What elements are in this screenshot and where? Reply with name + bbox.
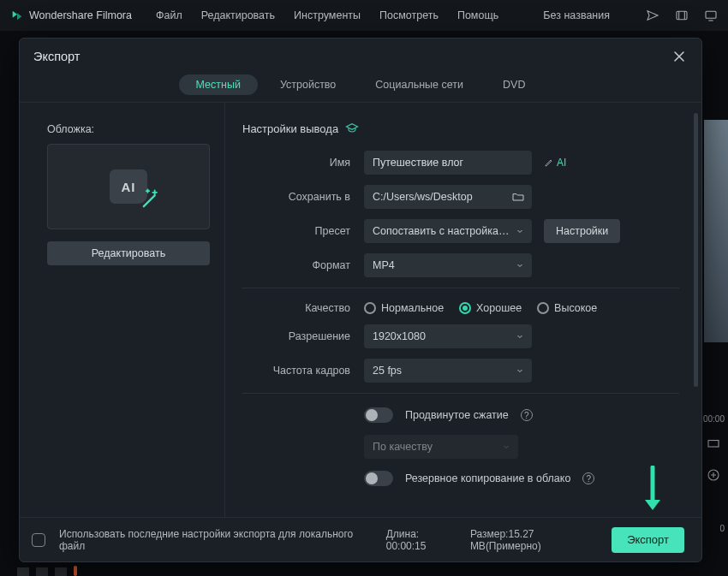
chevron-down-icon	[515, 260, 525, 270]
export-button[interactable]: Экспорт	[612, 527, 684, 553]
monitor-small-icon[interactable]	[706, 436, 721, 452]
resolution-label: Разрешение	[242, 330, 364, 342]
svg-rect-2	[708, 441, 719, 448]
menu-file[interactable]: Файл	[156, 9, 182, 21]
use-last-settings-label: Использовать последние настройки экспорт…	[59, 528, 359, 552]
ai-name-button[interactable]: AI	[544, 157, 566, 169]
format-value: MP4	[373, 259, 395, 271]
chevron-down-icon	[515, 226, 525, 236]
library-icon[interactable]	[675, 9, 689, 22]
app-name: Wondershare Filmora	[29, 9, 132, 21]
cloud-backup-label: Резервное копирование в облако	[405, 472, 570, 484]
thumbnail-preview[interactable]: AI	[47, 144, 210, 229]
advanced-compression-label: Продвинутое сжатие	[405, 409, 509, 421]
project-title: Без названия	[543, 9, 610, 21]
timeline-strip	[17, 566, 188, 576]
quality-good-radio[interactable]: Хорошее	[459, 302, 522, 314]
resolution-select[interactable]: 1920x1080	[364, 324, 532, 348]
save-path-field[interactable]: C:/Users/ws/Desktop	[364, 185, 532, 209]
preset-label: Пресет	[242, 225, 364, 237]
use-last-settings-checkbox[interactable]	[32, 533, 45, 547]
output-settings-pane: Настройки вывода Имя AI Сохранить в C:/U…	[225, 103, 701, 517]
format-label: Формат	[242, 259, 364, 271]
dialog-footer: Использовать последние настройки экспорт…	[20, 517, 701, 561]
export-dialog: Экспорт Местный Устройство Социальные се…	[19, 38, 702, 562]
help-icon[interactable]: ?	[521, 409, 533, 421]
svg-rect-1	[706, 11, 716, 18]
tab-social[interactable]: Социальные сети	[358, 74, 480, 95]
add-icon[interactable]	[706, 467, 721, 483]
fps-label: Частота кадров	[242, 365, 364, 377]
fps-select[interactable]: 25 fps	[364, 359, 532, 383]
timeline-time-2: 0	[719, 524, 725, 533]
menu-view[interactable]: Посмотреть	[379, 9, 439, 21]
chevron-down-icon	[501, 442, 511, 452]
scrollbar-thumb[interactable]	[694, 113, 698, 387]
format-select[interactable]: MP4	[364, 253, 532, 277]
tab-local[interactable]: Местный	[179, 74, 258, 95]
edit-thumbnail-button[interactable]: Редактировать	[47, 241, 210, 265]
name-input[interactable]	[364, 151, 532, 175]
magic-wand-icon	[139, 187, 163, 211]
tab-device[interactable]: Устройство	[263, 74, 353, 95]
quality-label: Качество	[242, 302, 364, 314]
advanced-compression-toggle[interactable]	[364, 407, 393, 423]
close-icon[interactable]	[671, 48, 688, 65]
pencil-icon	[544, 157, 554, 168]
resolution-value: 1920x1080	[373, 330, 426, 342]
tab-dvd[interactable]: DVD	[486, 74, 542, 95]
save-to-label: Сохранить в	[242, 191, 364, 203]
preview-side-tools	[706, 436, 721, 498]
send-icon[interactable]	[646, 9, 659, 22]
timeline-time-1: :00:00	[701, 414, 725, 424]
svg-rect-0	[677, 11, 687, 19]
thumbnail-label: Обложка:	[47, 123, 207, 135]
export-tabs: Местный Устройство Социальные сети DVD	[20, 74, 701, 102]
menu-edit[interactable]: Редактировать	[201, 9, 275, 21]
preset-value: Сопоставить с настройками проекта	[373, 225, 510, 237]
preset-settings-button[interactable]: Настройки	[544, 219, 620, 243]
app-logo: Wondershare Filmora	[10, 9, 132, 22]
save-path-value: C:/Users/ws/Desktop	[373, 191, 511, 203]
menu-help[interactable]: Помощь	[457, 9, 498, 21]
preview-panel-strip	[704, 120, 728, 342]
thumbnail-pane: Обложка: AI Редактировать	[20, 103, 225, 517]
compression-mode-value: По качеству	[373, 441, 433, 453]
name-label: Имя	[242, 157, 364, 169]
graduation-cap-icon[interactable]	[345, 122, 359, 135]
dialog-title: Экспорт	[33, 50, 80, 63]
cloud-backup-toggle[interactable]	[364, 471, 393, 486]
filmora-logo-icon	[10, 9, 24, 22]
app-menubar: Wondershare Filmora Файл Редактировать И…	[0, 0, 728, 31]
compression-mode-select: По качеству	[364, 435, 518, 459]
help-icon[interactable]: ?	[582, 472, 594, 484]
output-settings-heading: Настройки вывода	[242, 122, 679, 135]
preset-select[interactable]: Сопоставить с настройками проекта	[364, 219, 532, 243]
menu-tools[interactable]: Инструменты	[294, 9, 361, 21]
quality-high-radio[interactable]: Высокое	[537, 302, 597, 314]
fps-value: 25 fps	[373, 365, 402, 377]
chevron-down-icon	[515, 331, 525, 341]
size-readout: Размер:15.27 MB(Примерно)	[470, 528, 598, 552]
quality-normal-radio[interactable]: Нормальное	[364, 302, 444, 314]
monitor-icon[interactable]	[704, 9, 718, 22]
playhead-icon[interactable]	[74, 566, 77, 576]
folder-icon[interactable]	[511, 190, 525, 204]
length-readout: Длина: 00:00:15	[386, 528, 456, 552]
chevron-down-icon	[515, 365, 525, 376]
